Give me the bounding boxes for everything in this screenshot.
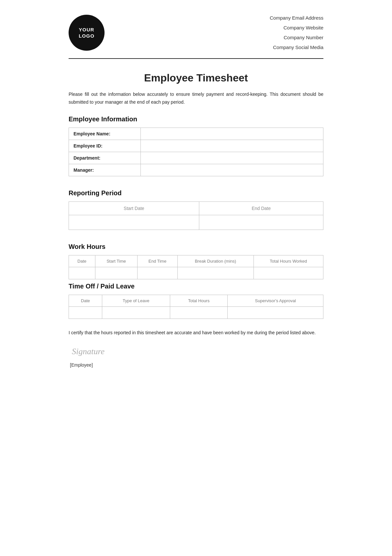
period-start-cell[interactable] [69,215,199,230]
work-hours-col-header: Date [69,255,95,267]
work-hours-col-header: Start Time [95,255,137,267]
work-hours-cell[interactable] [253,267,323,279]
employee-info-row: Employee ID: [69,140,323,152]
employee-info-value[interactable] [141,128,323,140]
reporting-period-heading: Reporting Period [69,189,323,197]
work-hours-col-header: Total Hours Worked [253,255,323,267]
employee-info-row: Employee Name: [69,128,323,140]
document-description: Please fill out the information below ac… [69,91,323,106]
employee-info-label: Employee ID: [69,140,141,152]
work-hours-heading: Work Hours [69,243,323,251]
work-hours-table: DateStart TimeEnd TimeBreak Duration (mi… [69,255,323,279]
company-social-label: Company Social Media [270,43,323,52]
company-info-block: Company Email Address Company Website Co… [270,13,323,52]
period-start-col: Start Date [69,201,199,215]
reporting-period-table: Start Date End Date [69,201,323,230]
time-off-table: DateType of LeaveTotal HoursSupervisor's… [69,295,323,319]
employee-info-value[interactable] [141,164,323,176]
company-website-label: Company Website [270,23,323,33]
employee-info-heading: Employee Information [69,115,323,123]
work-hours-col-header: Break Duration (mins) [177,255,253,267]
work-hours-cell[interactable] [138,267,178,279]
time-off-col-header: Type of Leave [102,295,170,306]
work-hours-cell[interactable] [95,267,137,279]
employee-info-label: Employee Name: [69,128,141,140]
work-hours-cell[interactable] [177,267,253,279]
time-off-col-header: Supervisor's Approval [228,295,323,306]
company-email-label: Company Email Address [270,13,323,23]
page-header: YOUR LOGO Company Email Address Company … [69,13,323,52]
document-title: Employee Timesheet [69,72,323,84]
time-off-cell[interactable] [102,306,170,319]
time-off-cell[interactable] [228,306,323,319]
employee-info-label: Department: [69,152,141,164]
time-off-col-header: Date [69,295,102,306]
employee-info-table: Employee Name: Employee ID: Department: … [69,128,323,176]
time-off-cell[interactable] [170,306,228,319]
work-hours-cell[interactable] [69,267,95,279]
certification-text: I certify that the hours reported in thi… [69,329,323,337]
work-hours-row [69,267,323,279]
period-end-cell[interactable] [199,215,323,230]
header-divider [69,58,323,59]
employee-info-label: Manager: [69,164,141,176]
logo-text-line2: LOGO [79,33,94,39]
employee-info-value[interactable] [141,140,323,152]
company-number-label: Company Number [270,33,323,43]
employee-info-row: Department: [69,152,323,164]
employee-info-value[interactable] [141,152,323,164]
company-logo: YOUR LOGO [69,15,105,51]
signature-placeholder: Signature [72,347,323,356]
time-off-heading: Time Off / Paid Leave [69,283,323,290]
logo-text-line1: YOUR [79,26,94,33]
employee-info-row: Manager: [69,164,323,176]
work-hours-col-header: End Time [138,255,178,267]
period-end-col: End Date [199,201,323,215]
employee-label: [Employee] [70,362,323,368]
time-off-col-header: Total Hours [170,295,228,306]
time-off-cell[interactable] [69,306,102,319]
time-off-row [69,306,323,319]
